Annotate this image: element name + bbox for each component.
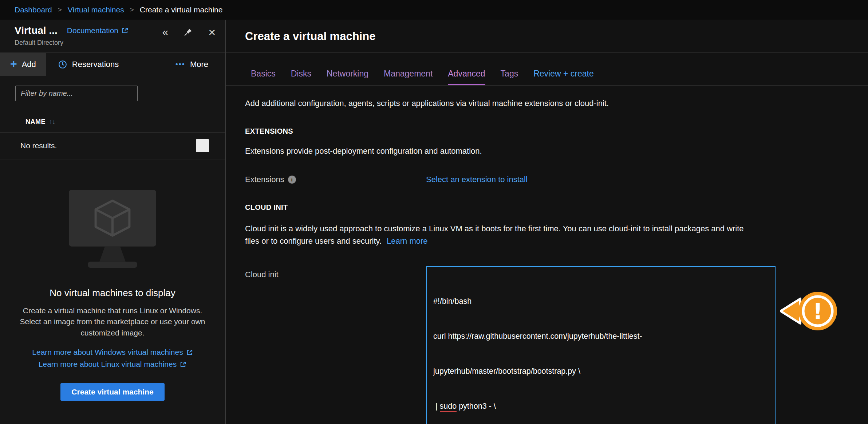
tab-bar: Basics Disks Networking Management Advan… <box>226 69 868 86</box>
tab-basics[interactable]: Basics <box>251 69 276 79</box>
tab-review-create[interactable]: Review + create <box>533 69 594 79</box>
exclamation-icon: ! <box>813 299 822 324</box>
breadcrumb-separator-icon: > <box>58 6 62 14</box>
external-link-icon <box>121 27 129 34</box>
extensions-field-label: Extensions i <box>245 175 426 184</box>
directory-name: Default Directory <box>15 39 216 47</box>
tab-advanced[interactable]: Advanced <box>448 69 485 79</box>
cloud-init-field-row: Cloud init #!/bin/bash curl https://raw.… <box>245 266 868 424</box>
close-blade-button[interactable]: × <box>208 26 216 38</box>
documentation-link-label: Documentation <box>67 26 118 35</box>
extensions-field-row: Extensions i Select an extension to inst… <box>245 175 868 184</box>
virtual-machines-blade: Virtual ... Documentation « <box>0 20 226 424</box>
empty-state-description: Create a virtual machine that runs Linux… <box>13 305 212 338</box>
blade-title: Virtual ... <box>15 25 58 36</box>
cloud-init-description: Cloud init is a widely used approach to … <box>245 223 755 247</box>
select-extension-link[interactable]: Select an extension to install <box>426 175 528 184</box>
script-text: | <box>433 402 440 411</box>
vm-monitor-illustration <box>58 188 167 274</box>
script-line: | sudo python3 - \ <box>433 400 768 412</box>
external-link-icon <box>179 361 186 368</box>
tab-tags[interactable]: Tags <box>501 69 518 79</box>
no-results-text: No results. <box>20 141 57 150</box>
add-button[interactable]: + Add <box>0 53 46 76</box>
breadcrumb-dashboard[interactable]: Dashboard <box>15 5 52 14</box>
blade-header: Virtual ... Documentation « <box>0 20 225 53</box>
cloud-init-textarea[interactable]: #!/bin/bash curl https://raw.githubuserc… <box>426 266 776 424</box>
breadcrumb: Dashboard > Virtual machines > Create a … <box>0 0 868 20</box>
create-vm-button[interactable]: Create virtual machine <box>60 383 164 401</box>
external-link-icon <box>186 349 193 356</box>
warning-annotation: ! <box>780 288 840 337</box>
learn-more-link[interactable]: Learn more <box>387 236 428 246</box>
reservations-button[interactable]: Reservations <box>46 53 130 76</box>
learn-linux-vm-link[interactable]: Learn more about Linux virtual machines <box>39 360 186 369</box>
script-line: curl https://raw.githubusercontent.com/j… <box>433 330 768 342</box>
breadcrumb-current-page: Create a virtual machine <box>140 5 223 14</box>
empty-state-title: No virtual machines to display <box>0 287 225 299</box>
extensions-label-text: Extensions <box>245 175 284 184</box>
add-button-label: Add <box>22 60 36 69</box>
info-icon[interactable]: i <box>288 176 296 184</box>
script-line: jupyterhub/master/bootstrap/bootstrap.py… <box>433 365 768 377</box>
misspelled-word: sudo <box>440 402 457 412</box>
script-text: python3 - \ <box>457 402 496 411</box>
blade-toolbar: + Add Reservations ••• More <box>0 53 225 76</box>
select-checkbox[interactable] <box>196 139 209 152</box>
name-column-label: NAME <box>25 118 46 126</box>
filter-input[interactable] <box>15 86 138 101</box>
documentation-link[interactable]: Documentation <box>67 26 129 35</box>
ellipsis-icon: ••• <box>175 60 185 68</box>
clock-icon <box>58 60 67 69</box>
close-icon: × <box>208 26 216 38</box>
tab-management[interactable]: Management <box>384 69 433 79</box>
empty-state: No virtual machines to display Create a … <box>0 188 225 401</box>
pin-icon <box>184 27 193 37</box>
collapse-icon: « <box>162 26 168 38</box>
sort-icon: ↑↓ <box>49 118 55 126</box>
extensions-description: Extensions provide post-deployment confi… <box>245 146 868 156</box>
tab-networking[interactable]: Networking <box>327 69 368 79</box>
collapse-blade-button[interactable]: « <box>162 26 168 38</box>
tab-disks[interactable]: Disks <box>291 69 311 79</box>
no-results-row: No results. <box>0 133 225 160</box>
pin-blade-button[interactable] <box>184 27 193 37</box>
breadcrumb-virtual-machines[interactable]: Virtual machines <box>68 5 124 14</box>
plus-icon: + <box>10 58 17 70</box>
script-line: #!/bin/bash <box>433 295 768 307</box>
reservations-button-label: Reservations <box>72 60 119 69</box>
main-header: Create a virtual machine <box>226 20 868 53</box>
more-button[interactable]: ••• More <box>175 53 225 76</box>
extensions-section-title: EXTENSIONS <box>245 127 868 136</box>
more-button-label: More <box>190 60 208 69</box>
learn-windows-vm-label: Learn more about Windows virtual machine… <box>32 348 183 357</box>
advanced-tab-intro: Add additional configuration, agents, sc… <box>245 99 868 108</box>
cloud-init-field-label: Cloud init <box>245 266 426 279</box>
learn-windows-vm-link[interactable]: Learn more about Windows virtual machine… <box>32 348 193 357</box>
page-title: Create a virtual machine <box>245 30 375 43</box>
cloud-init-description-text: Cloud init is a widely used approach to … <box>245 224 744 246</box>
learn-linux-vm-label: Learn more about Linux virtual machines <box>39 360 177 369</box>
name-column-header[interactable]: NAME ↑↓ <box>25 118 225 126</box>
breadcrumb-separator-icon: > <box>130 6 134 14</box>
create-vm-panel: Create a virtual machine Basics Disks Ne… <box>226 20 868 424</box>
cloud-init-section-title: CLOUD INIT <box>245 203 868 212</box>
